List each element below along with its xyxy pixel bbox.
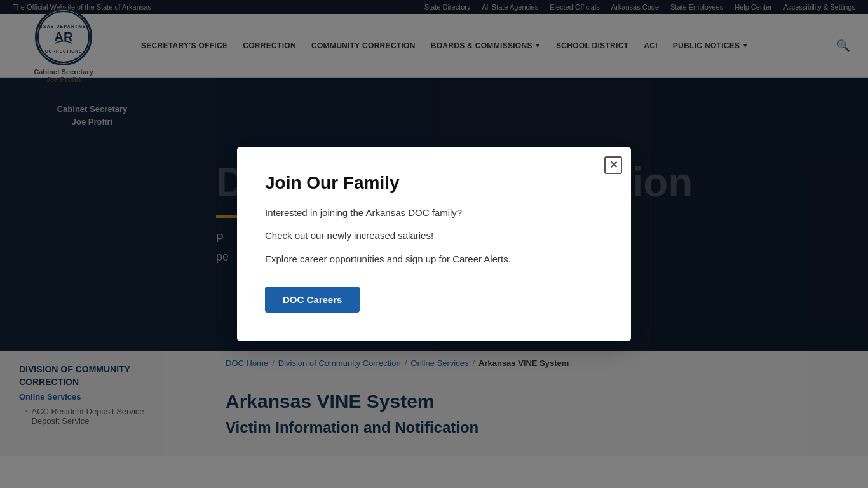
modal-overlay[interactable]: ✕ Join Our Family Interested in joining …	[0, 0, 868, 456]
modal-text-line2: Check out our newly increased salaries!	[265, 229, 603, 243]
modal-title: Join Our Family	[265, 173, 603, 193]
modal-dialog: ✕ Join Our Family Interested in joining …	[237, 147, 631, 341]
close-icon: ✕	[609, 159, 618, 171]
modal-close-button[interactable]: ✕	[604, 156, 622, 174]
modal-text-line3: Explore career opportunities and sign up…	[265, 252, 603, 267]
doc-careers-button[interactable]: DOC Careers	[265, 287, 360, 313]
modal-text-line1: Interested in joining the Arkansas DOC f…	[265, 206, 603, 220]
